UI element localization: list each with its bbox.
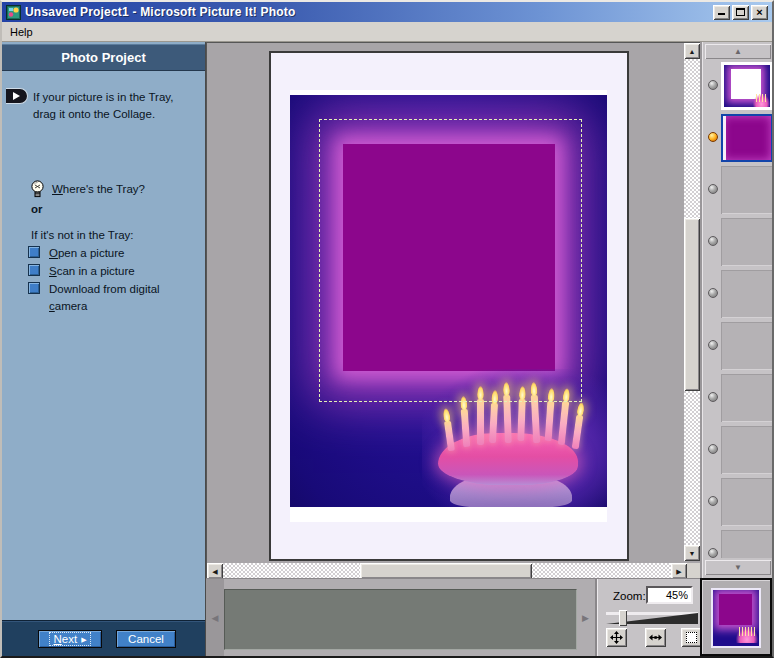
open-picture-link[interactable]: Open a picture bbox=[28, 245, 189, 262]
not-in-tray-label: If it's not in the Tray: bbox=[31, 227, 134, 244]
film-slot-empty[interactable] bbox=[704, 166, 772, 214]
minimize-icon bbox=[718, 7, 725, 15]
scroll-down-button[interactable]: ▼ bbox=[684, 545, 700, 561]
zoom-input[interactable] bbox=[646, 586, 693, 604]
mini-cake-icon bbox=[753, 94, 770, 107]
zoom-selection-button[interactable] bbox=[681, 628, 702, 647]
slot-indicator-dot[interactable] bbox=[708, 444, 718, 454]
close-button[interactable]: × bbox=[751, 5, 768, 20]
window-title: Unsaved Project1 - Microsoft Picture It!… bbox=[25, 5, 713, 19]
picture-stack-panel: ▲ ▼ bbox=[700, 42, 772, 578]
arrow-left-icon: ◀ bbox=[212, 613, 219, 623]
scan-picture-link[interactable]: Scan in a picture bbox=[28, 263, 189, 280]
mini-cake-icon bbox=[736, 627, 758, 643]
download-camera-link[interactable]: Download from digital camera bbox=[28, 281, 173, 314]
arrow-right-icon: ▶ bbox=[582, 613, 589, 623]
stack-scroll-down-button[interactable]: ▼ bbox=[705, 560, 771, 575]
scroll-up-button[interactable]: ▲ bbox=[684, 43, 700, 59]
tray-scroll-left-button[interactable]: ◀ bbox=[206, 579, 224, 656]
film-slot-empty[interactable] bbox=[704, 270, 772, 318]
wizard-footer: Next▶ Cancel bbox=[2, 620, 205, 656]
zoom-slider[interactable] bbox=[606, 610, 702, 626]
vertical-scroll-thumb[interactable] bbox=[684, 218, 700, 391]
pan-arrows-icon bbox=[610, 631, 623, 644]
slot-indicator-dot-active[interactable] bbox=[708, 132, 718, 142]
horizontal-fit-icon bbox=[649, 633, 662, 642]
tray-scroll-right-button[interactable]: ▶ bbox=[577, 579, 594, 656]
tray-bar: ◀ ▶ Zoom: bbox=[206, 578, 700, 656]
scrollbar-corner bbox=[687, 563, 701, 579]
arrow-up-icon: ▲ bbox=[734, 47, 742, 56]
arrow-left-icon: ◀ bbox=[212, 568, 217, 575]
slot-indicator-dot[interactable] bbox=[708, 184, 718, 194]
film-slot-empty[interactable] bbox=[704, 322, 772, 370]
fit-page-button[interactable] bbox=[606, 628, 627, 647]
app-icon bbox=[6, 5, 21, 20]
horizontal-scrollbar[interactable]: ◀ ▶ bbox=[207, 563, 687, 579]
film-slot-selected-picture[interactable] bbox=[704, 114, 772, 162]
slot-indicator-dot[interactable] bbox=[708, 80, 718, 90]
scroll-left-button[interactable]: ◀ bbox=[207, 563, 223, 579]
arrow-down-icon: ▼ bbox=[734, 563, 742, 572]
selection-marquee[interactable] bbox=[319, 119, 582, 402]
title-bar[interactable]: Unsaved Project1 - Microsoft Picture It!… bbox=[2, 2, 772, 22]
zoom-label: Zoom: bbox=[613, 590, 646, 602]
film-slot-empty[interactable] bbox=[704, 530, 772, 558]
page-preview[interactable] bbox=[700, 578, 772, 656]
slot-indicator-dot[interactable] bbox=[708, 340, 718, 350]
tray-area[interactable] bbox=[224, 589, 577, 650]
next-button[interactable]: Next▶ bbox=[38, 630, 102, 648]
stack-slot-list bbox=[704, 60, 772, 558]
next-arrow-icon: ▶ bbox=[81, 636, 86, 643]
horizontal-scroll-thumb[interactable] bbox=[360, 563, 532, 579]
menu-bar: Help bbox=[2, 22, 772, 42]
close-icon: × bbox=[756, 7, 762, 18]
slot-indicator-dot[interactable] bbox=[708, 496, 718, 506]
zoom-panel: Zoom: bbox=[595, 579, 700, 656]
task-square-icon bbox=[28, 246, 40, 258]
slot-indicator-dot[interactable] bbox=[708, 236, 718, 246]
film-slot-collage[interactable] bbox=[704, 62, 772, 110]
preview-thumbnail bbox=[711, 588, 761, 648]
scroll-right-button[interactable]: ▶ bbox=[671, 563, 687, 579]
lightbulb-icon bbox=[30, 180, 45, 199]
wheres-the-tray-link[interactable]: Where's the Tray? bbox=[52, 181, 145, 198]
task-square-icon bbox=[28, 282, 40, 294]
menu-help[interactable]: Help bbox=[2, 24, 41, 40]
instruction-text: If your picture is in the Tray, drag it … bbox=[33, 89, 185, 122]
maximize-icon bbox=[736, 8, 745, 16]
arrow-up-icon: ▲ bbox=[689, 48, 696, 55]
minimize-button[interactable] bbox=[713, 5, 730, 20]
step-bullet-icon bbox=[6, 88, 28, 104]
vertical-scrollbar[interactable]: ▲ ▼ bbox=[684, 43, 700, 561]
panel-title: Photo Project bbox=[2, 44, 205, 71]
task-panel: Photo Project If your picture is in the … bbox=[2, 42, 206, 656]
app-window: Unsaved Project1 - Microsoft Picture It!… bbox=[0, 0, 774, 658]
slot-indicator-dot[interactable] bbox=[708, 548, 718, 558]
task-square-icon bbox=[28, 264, 40, 276]
maximize-button[interactable] bbox=[732, 5, 749, 20]
cancel-button[interactable]: Cancel bbox=[116, 630, 176, 648]
collage-artwork[interactable] bbox=[290, 95, 607, 507]
film-slot-empty[interactable] bbox=[704, 478, 772, 526]
arrow-right-icon: ▶ bbox=[676, 568, 681, 575]
selection-rect-icon bbox=[686, 632, 697, 643]
film-slot-empty[interactable] bbox=[704, 218, 772, 266]
zoom-slider-thumb[interactable] bbox=[619, 610, 627, 626]
arrow-down-icon: ▼ bbox=[689, 550, 696, 557]
slot-indicator-dot[interactable] bbox=[708, 392, 718, 402]
fit-width-button[interactable] bbox=[645, 628, 666, 647]
slot-indicator-dot[interactable] bbox=[708, 288, 718, 298]
or-label: or bbox=[31, 203, 43, 215]
collage-page[interactable] bbox=[269, 51, 629, 561]
film-slot-empty[interactable] bbox=[704, 374, 772, 422]
film-slot-empty[interactable] bbox=[704, 426, 772, 474]
stack-scroll-up-button[interactable]: ▲ bbox=[705, 44, 771, 59]
canvas-workspace[interactable]: ▲ ▼ ◀ ▶ bbox=[206, 42, 700, 578]
